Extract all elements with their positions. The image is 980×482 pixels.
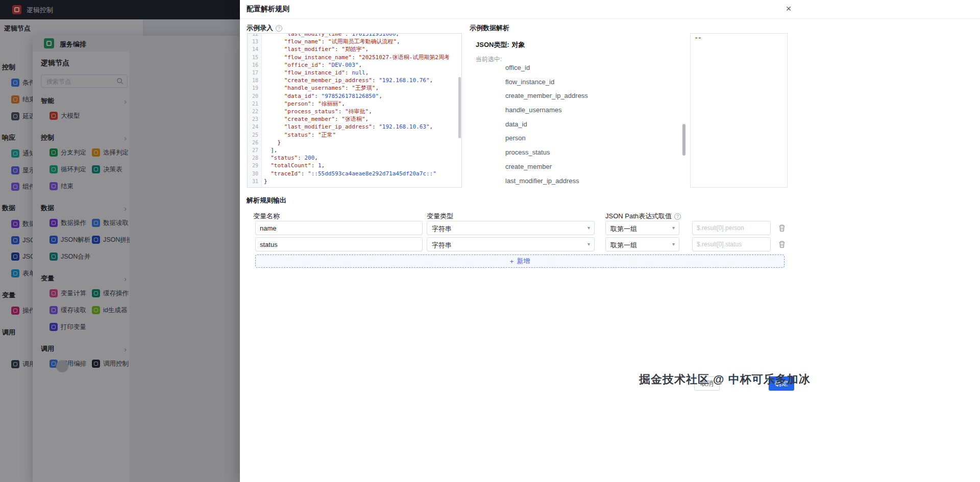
chevron-down-icon: ▾ (587, 241, 590, 247)
value-preview-panel: "" (690, 33, 788, 188)
trash-icon (778, 224, 786, 232)
close-button[interactable]: × (783, 3, 794, 14)
parse-result-panel: JSON类型: 对象 当前选中: office_idflow_instance_… (470, 33, 685, 188)
info-icon[interactable]: ? (276, 25, 282, 32)
rule-row: 字符串 ▾ 取第一组 ▾ (240, 237, 980, 251)
json-type-label: JSON类型: (476, 40, 509, 49)
chevron-down-icon: ▾ (587, 225, 590, 231)
json-field-item[interactable]: flow_instance_id (505, 75, 679, 89)
json-field-item[interactable]: last_modifier_ip_address (505, 174, 679, 188)
code-gutter: 1213141516171819202122232425262728293031 (248, 33, 261, 185)
rules-output-label: 解析规则输出 (247, 196, 286, 205)
background-app: 逻辑控制 逻辑节点 控制条件判结束延迟响应通知显示组件数据数据操JSON解JSO… (0, 0, 240, 482)
variable-name-input[interactable] (255, 237, 423, 251)
trash-icon (778, 240, 786, 248)
info-icon[interactable]: ? (674, 213, 681, 220)
json-type: JSON类型: 对象 (476, 40, 525, 49)
selected-label: 当前选中: (476, 55, 502, 64)
sample-input-label-text: 示例录入 (247, 23, 273, 33)
json-type-value: 对象 (512, 40, 525, 49)
select-value: 字符串 (432, 224, 452, 234)
select-value: 取第一组 (610, 224, 637, 234)
select-value: 取第一组 (610, 241, 637, 250)
screen: 逻辑控制 逻辑节点 控制条件判结束延迟响应通知显示组件数据数据操JSON解JSO… (0, 0, 980, 482)
chevron-down-icon: ▾ (672, 225, 675, 231)
dialog-header: 配置解析规则 × (240, 0, 980, 19)
json-field-item[interactable]: create_member_ip_address (505, 89, 679, 103)
sample-json-editor[interactable]: 1213141516171819202122232425262728293031… (247, 33, 462, 188)
preview-value: "" (691, 34, 787, 45)
code-content: "last_modify_time": 1761312931000, "flow… (261, 33, 450, 185)
column-header-path-text: JSON Path表达式取值 (605, 212, 672, 221)
column-header-path: JSON Path表达式取值 ? (605, 212, 681, 221)
json-field-item[interactable]: person (505, 131, 679, 145)
rule-row: 字符串 ▾ 取第一组 ▾ (240, 221, 980, 235)
variable-type-select[interactable]: 字符串 ▾ (427, 237, 595, 251)
add-label: 新增 (517, 257, 530, 266)
chevron-down-icon: ▾ (672, 241, 675, 247)
config-dialog: 配置解析规则 × 示例录入 ? 示例数据解析 12131415161718192… (240, 0, 980, 482)
json-field-item[interactable]: data_id (505, 117, 679, 132)
delete-row-button[interactable] (778, 224, 786, 232)
dialog-title: 配置解析规则 (247, 5, 289, 14)
column-header-type: 变量类型 (427, 212, 453, 221)
field-list: office_idflow_instance_idcreate_member_i… (505, 61, 679, 188)
json-field-item[interactable]: create_member (505, 160, 679, 174)
sample-input-label: 示例录入 ? (247, 23, 282, 33)
json-field-item[interactable]: process_status (505, 145, 679, 160)
modal-overlay[interactable] (0, 0, 240, 482)
add-rule-button[interactable]: + 新增 (255, 255, 785, 268)
json-path-input[interactable] (692, 237, 771, 251)
variable-name-input[interactable] (255, 221, 423, 235)
variable-type-select[interactable]: 字符串 ▾ (427, 221, 595, 235)
tree-scrollbar-thumb[interactable] (682, 124, 685, 156)
value-group-select[interactable]: 取第一组 ▾ (605, 237, 679, 251)
select-value: 字符串 (432, 241, 452, 250)
value-group-select[interactable]: 取第一组 ▾ (605, 221, 679, 235)
sample-parse-label: 示例数据解析 (470, 23, 509, 33)
watermark: 掘金技术社区 @ 中杯可乐多加冰 (639, 372, 811, 387)
json-field-item[interactable]: handle_usernames (505, 103, 679, 117)
column-header-name: 变量名称 (253, 212, 280, 221)
plus-icon: + (510, 258, 514, 265)
json-path-input[interactable] (692, 221, 771, 235)
editor-scrollbar-thumb[interactable] (458, 77, 461, 138)
json-field-item[interactable]: office_id (505, 61, 679, 75)
delete-row-button[interactable] (778, 240, 786, 248)
